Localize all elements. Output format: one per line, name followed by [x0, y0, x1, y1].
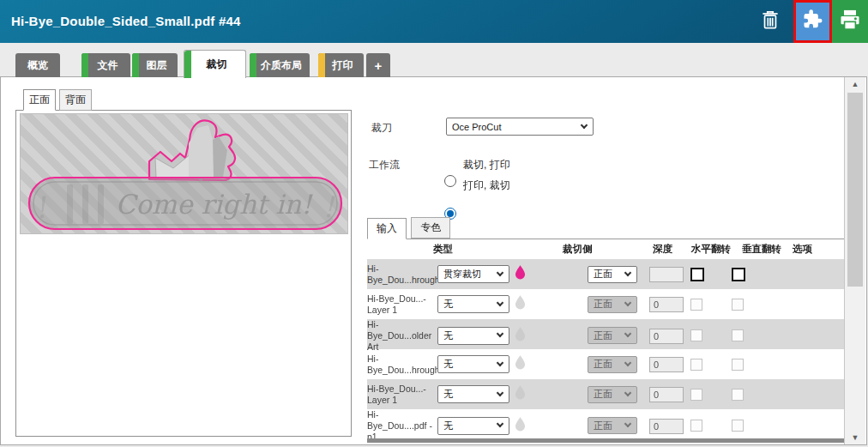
col-hflip: 水平翻转 — [691, 243, 731, 256]
tab-files[interactable]: 文件 — [81, 53, 130, 77]
cut-type-select[interactable]: 无 — [437, 355, 509, 373]
radio-print-cut-label: 打印, 裁切 — [463, 178, 510, 193]
chevron-down-icon — [497, 359, 503, 365]
vertical-scrollbar[interactable]: ▲ ▼ — [844, 77, 865, 444]
scroll-up-arrow-icon[interactable]: ▲ — [845, 77, 865, 91]
droplet-icon — [515, 327, 526, 341]
status-stripe — [184, 51, 191, 78]
layer-name: Hi- Bye_Dou...hroughcut — [367, 353, 437, 376]
radio-cut-print[interactable] — [444, 175, 456, 187]
status-stripe — [132, 53, 139, 77]
tab-input[interactable]: 输入 — [367, 218, 407, 239]
col-depth: 深度 — [653, 243, 672, 256]
layer-name: Hi- Bye_Dou...hroughcut — [367, 263, 437, 286]
layer-name: Hi-Bye_Dou...older Art — [367, 319, 437, 352]
tab-print[interactable]: 打印 — [318, 53, 364, 77]
job-title: Hi-Bye_Double_Sided_Small.pdf #44 — [11, 14, 241, 28]
print-button[interactable] — [832, 0, 868, 43]
artwork-preview[interactable]: ! ! Come right in! — [20, 113, 348, 234]
table-row: Hi- Bye_Dou...hroughcut 无 正面 — [367, 349, 845, 379]
depth-input — [649, 267, 684, 282]
cut-side-select: 正面 — [588, 417, 637, 434]
layer-name: Hi-Bye_Dou...- Layer 1 — [367, 384, 437, 406]
hflip-checkbox — [690, 299, 702, 311]
col-cut-side: 裁切侧 — [563, 243, 593, 256]
layer-table: Hi- Bye_Dou...hroughcut 贯穿裁切 正面 Hi-Bye_D… — [367, 259, 845, 439]
table-row: Hi-Bye_Dou...- Layer 1 无 正面 — [367, 289, 845, 319]
cut-side-select[interactable]: 正面 — [588, 266, 637, 283]
scrollbar-thumb[interactable] — [847, 93, 863, 287]
col-vflip: 垂直翻转 — [742, 243, 781, 256]
input-spot-tabbar: 输入 专色 — [367, 217, 845, 239]
table-header: 类型 裁切侧 深度 水平翻转 垂直翻转 选项 — [367, 243, 845, 258]
artwork-caption: Come right in! — [115, 189, 313, 220]
chevron-down-icon — [581, 121, 588, 128]
vflip-checkbox — [732, 420, 744, 432]
tab-front-side[interactable]: 正面 — [23, 89, 56, 111]
cutter-label: 裁刀 — [371, 121, 392, 136]
col-type: 类型 — [433, 243, 453, 256]
cut-type-select[interactable]: 无 — [437, 295, 509, 313]
printer-icon — [838, 8, 862, 35]
depth-input — [649, 357, 684, 372]
chevron-down-icon — [624, 269, 631, 275]
depth-input — [649, 387, 684, 402]
table-row: Hi-Bye_Dou...older Art 无 正面 — [367, 319, 845, 349]
tab-back-side[interactable]: 背面 — [59, 89, 92, 111]
cut-type-select[interactable]: 无 — [437, 417, 509, 435]
tab-cut[interactable]: 裁切 — [184, 50, 246, 78]
tab-layers[interactable]: 图层 — [132, 53, 178, 77]
status-stripe — [250, 53, 256, 77]
tab-add[interactable]: + — [366, 53, 390, 77]
hflip-checkbox — [690, 329, 702, 341]
droplet-icon — [515, 265, 526, 280]
tab-spot-color[interactable]: 专色 — [411, 217, 450, 239]
chevron-down-icon — [497, 330, 503, 337]
droplet-icon — [515, 417, 526, 432]
plus-icon: + — [368, 58, 389, 73]
chevron-down-icon — [497, 420, 503, 427]
layer-name: Hi-Bye_Dou....pdf - p1 — [367, 409, 437, 442]
tab-overview[interactable]: 概览 — [15, 53, 60, 77]
status-stripe — [81, 53, 88, 77]
cut-type-select[interactable]: 无 — [437, 327, 509, 345]
vflip-checkbox — [732, 299, 744, 311]
status-stripe — [318, 53, 325, 77]
depth-input — [649, 329, 684, 344]
table-bottom-edge — [367, 438, 845, 443]
vflip-checkbox — [732, 359, 744, 371]
cut-side-select: 正面 — [588, 356, 637, 373]
tab-media-layout[interactable]: 介质布局 — [250, 53, 310, 77]
vflip-checkbox — [732, 389, 744, 401]
cut-side-select: 正面 — [588, 386, 637, 403]
chevron-down-icon — [624, 330, 631, 337]
cut-side-select: 正面 — [588, 327, 637, 344]
chevron-down-icon — [497, 269, 503, 275]
chevron-down-icon — [624, 299, 631, 305]
artwork-preview-box: ! ! Come right in! — [15, 110, 352, 437]
delete-job-button[interactable] — [753, 0, 787, 43]
vflip-checkbox[interactable] — [732, 268, 745, 281]
table-row: Hi- Bye_Dou...hroughcut 贯穿裁切 正面 — [367, 259, 845, 289]
depth-input — [649, 297, 684, 312]
hflip-checkbox[interactable] — [690, 268, 704, 281]
hflip-checkbox — [690, 389, 702, 401]
depth-input — [649, 419, 684, 434]
vflip-checkbox — [732, 329, 744, 341]
chevron-down-icon — [624, 359, 631, 365]
chevron-down-icon — [497, 299, 503, 305]
scroll-down-arrow-icon[interactable]: ▼ — [845, 431, 865, 444]
trash-icon — [759, 8, 781, 35]
plugin-button[interactable] — [793, 0, 832, 43]
job-tabbar: 概览 文件 图层 裁切 介质布局 打印 + 另存为 recipe 抽样 — [0, 43, 868, 77]
table-row: Hi-Bye_Dou...- Layer 1 无 正面 — [367, 379, 845, 409]
radio-cut-print-label: 裁切, 打印 — [463, 158, 510, 172]
cutter-select[interactable]: Oce ProCut — [446, 118, 594, 136]
layer-name: Hi-Bye_Dou...- Layer 1 — [367, 293, 437, 316]
droplet-icon — [515, 385, 526, 400]
workflow-label: 工作流 — [369, 158, 400, 172]
cut-type-select[interactable]: 无 — [437, 385, 509, 403]
hflip-checkbox — [690, 420, 702, 432]
cut-type-select[interactable]: 贯穿裁切 — [437, 265, 509, 283]
chevron-down-icon — [624, 420, 631, 427]
